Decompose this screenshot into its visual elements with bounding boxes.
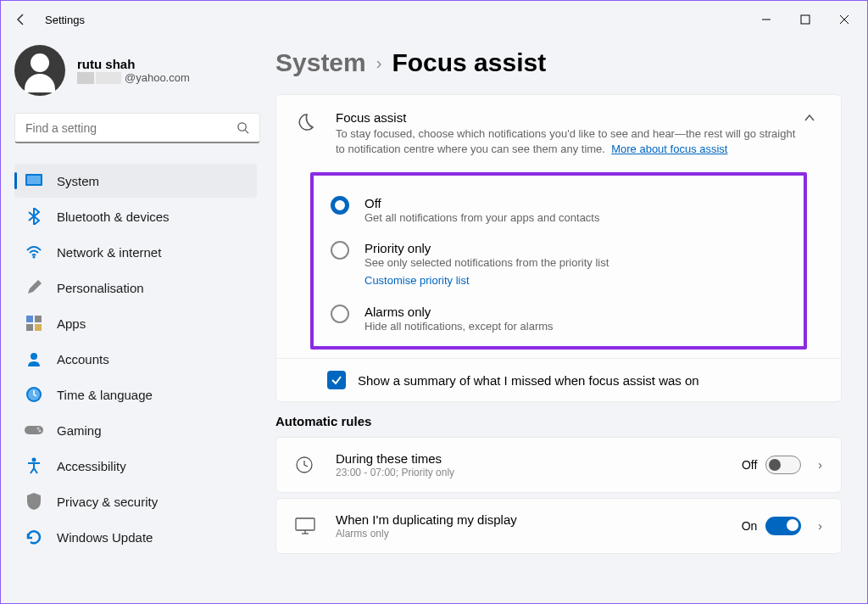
more-about-link[interactable]: More about focus assist <box>611 143 727 155</box>
svg-rect-5 <box>27 176 41 184</box>
options-highlight: Off Get all notifications from your apps… <box>310 172 807 350</box>
chevron-up-icon <box>804 114 815 122</box>
nav-privacy[interactable]: Privacy & security <box>14 484 257 518</box>
close-button[interactable] <box>825 6 864 33</box>
toggle-duplicating[interactable] <box>765 517 801 535</box>
gaming-icon <box>25 421 43 439</box>
chevron-right-icon: › <box>376 53 382 73</box>
app-title: Settings <box>45 14 85 26</box>
apps-icon <box>25 314 43 333</box>
nav-personalisation[interactable]: Personalisation <box>14 271 257 305</box>
nav-network[interactable]: Network & internet <box>14 235 257 269</box>
network-icon <box>25 243 43 261</box>
automatic-rules-title: Automatic rules <box>275 414 842 428</box>
personalisation-icon <box>25 278 43 297</box>
search-icon <box>236 121 249 134</box>
svg-rect-9 <box>26 324 33 331</box>
rule-duplicating-display[interactable]: When I'm duplicating my display Alarms o… <box>275 498 842 554</box>
customise-priority-link[interactable]: Customise priority list <box>364 274 470 287</box>
clock-icon <box>295 456 319 474</box>
svg-point-15 <box>37 428 40 430</box>
nav-bluetooth[interactable]: Bluetooth & devices <box>14 199 257 233</box>
svg-point-11 <box>31 353 37 360</box>
minimize-icon <box>761 14 771 25</box>
update-icon <box>25 528 43 546</box>
option-priority[interactable]: Priority only See only selected notifica… <box>331 232 787 296</box>
nav-accessibility[interactable]: Accessibility <box>14 449 257 483</box>
svg-rect-8 <box>35 316 42 322</box>
svg-line-3 <box>245 130 248 133</box>
svg-rect-1 <box>801 15 810 24</box>
rule-during-times[interactable]: During these times 23:00 - 07:00; Priori… <box>275 437 842 493</box>
nav-list: System Bluetooth & devices Network & int… <box>14 164 257 554</box>
sidebar: rutu shah @yahoo.com System Bluetooth & … <box>1 38 264 603</box>
back-button[interactable] <box>4 3 38 36</box>
option-alarms[interactable]: Alarms only Hide all notifications, exce… <box>331 296 787 341</box>
bluetooth-icon <box>25 207 43 226</box>
nav-accounts[interactable]: Accounts <box>14 342 257 376</box>
collapse-button[interactable] <box>797 110 822 126</box>
time-icon <box>25 385 43 404</box>
summary-row[interactable]: Show a summary of what I missed when foc… <box>276 358 841 401</box>
radio-priority[interactable] <box>331 241 349 260</box>
close-icon <box>839 14 849 25</box>
privacy-icon <box>25 492 43 511</box>
nav-time[interactable]: Time & language <box>14 378 257 411</box>
accessibility-icon <box>25 456 43 475</box>
main-content: System › Focus assist Focus assist To st… <box>264 38 867 603</box>
breadcrumb: System › Focus assist <box>275 48 842 77</box>
search-box[interactable] <box>14 113 260 143</box>
toggle-during-times[interactable] <box>765 456 801 474</box>
search-input[interactable] <box>25 121 236 135</box>
svg-rect-7 <box>26 316 33 322</box>
nav-gaming[interactable]: Gaming <box>14 413 257 447</box>
system-icon <box>25 171 43 190</box>
display-icon <box>295 517 319 534</box>
svg-point-17 <box>32 458 36 462</box>
svg-point-2 <box>238 123 246 131</box>
option-off[interactable]: Off Get all notifications from your apps… <box>331 187 787 232</box>
svg-point-6 <box>33 256 36 259</box>
maximize-button[interactable] <box>786 6 825 33</box>
svg-rect-10 <box>35 324 42 331</box>
arrow-left-icon <box>14 13 28 26</box>
avatar <box>14 45 65 96</box>
radio-off[interactable] <box>331 196 349 215</box>
breadcrumb-parent[interactable]: System <box>275 48 366 77</box>
titlebar: Settings <box>1 1 867 38</box>
accounts-icon <box>25 350 43 368</box>
svg-rect-19 <box>296 518 314 530</box>
focus-assist-card: Focus assist To stay focused, choose whi… <box>275 94 842 402</box>
chevron-right-icon[interactable]: › <box>818 458 822 472</box>
profile-email: @yahoo.com <box>77 71 190 84</box>
nav-system[interactable]: System <box>14 164 257 198</box>
maximize-icon <box>800 14 810 25</box>
svg-point-16 <box>39 430 42 433</box>
radio-alarms[interactable] <box>331 305 349 323</box>
check-icon <box>331 374 342 386</box>
nav-apps[interactable]: Apps <box>14 306 257 340</box>
moon-icon <box>295 112 319 132</box>
summary-checkbox[interactable] <box>327 371 346 389</box>
profile-section[interactable]: rutu shah @yahoo.com <box>14 45 257 96</box>
minimize-button[interactable] <box>747 6 786 33</box>
card-title: Focus assist <box>336 110 797 125</box>
card-description: To stay focused, choose which notificati… <box>336 126 797 157</box>
chevron-right-icon[interactable]: › <box>818 519 822 533</box>
profile-name: rutu shah <box>77 57 190 71</box>
nav-update[interactable]: Windows Update <box>14 520 257 554</box>
window-controls <box>747 6 864 33</box>
page-title: Focus assist <box>392 48 546 77</box>
